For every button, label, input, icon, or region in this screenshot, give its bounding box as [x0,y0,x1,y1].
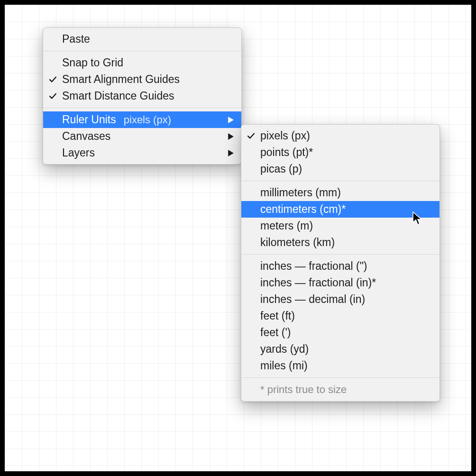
menu-label: millimeters (mm) [260,186,341,199]
menu-label: Snap to Grid [62,56,123,69]
submenu-arrow-icon [228,150,234,156]
unit-option-yards[interactable]: yards (yd) [241,341,439,357]
unit-option-points[interactable]: points (pt)* [241,144,439,161]
menu-item-layers[interactable]: Layers [43,145,241,161]
menu-separator [43,108,241,108]
unit-option-feet-quote[interactable]: feet (') [241,324,439,341]
menu-separator [241,377,439,378]
unit-option-inches-decimal[interactable]: inches — decimal (in) [241,291,439,308]
checkmark-icon [43,92,62,100]
menu-label: Layers [62,146,95,159]
menu-separator [241,181,439,181]
menu-item-ruler-units[interactable]: Ruler Units pixels (px) [43,111,241,128]
menu-item-snap-to-grid[interactable]: Snap to Grid [43,55,241,71]
menu-label: inches — fractional (in)* [260,276,376,289]
menu-separator [43,51,241,51]
unit-option-kilometers[interactable]: kilometers (km) [241,234,439,251]
unit-option-miles[interactable]: miles (mi) [241,357,439,374]
context-menu: Paste Snap to Grid Smart Alignment Guide… [43,27,242,165]
checkmark-icon [241,132,260,140]
menu-label: kilometers (km) [260,236,335,249]
menu-footnote: * prints true to size [241,381,439,398]
ruler-units-submenu: pixels (px) points (pt)* picas (p) milli… [241,124,440,402]
menu-label: pixels (px) [260,129,310,142]
menu-label: Smart Distance Guides [62,90,174,102]
unit-option-inches-fractional-in[interactable]: inches — fractional (in)* [241,275,439,291]
menu-label: feet (ft) [260,310,295,322]
menu-label: Paste [62,33,90,46]
menu-separator [241,254,439,255]
unit-option-millimeters[interactable]: millimeters (mm) [241,184,439,201]
unit-option-meters[interactable]: meters (m) [241,218,439,234]
checkmark-icon [43,75,62,83]
unit-option-centimeters[interactable]: centimeters (cm)* [241,201,439,218]
menu-item-smart-alignment-guides[interactable]: Smart Alignment Guides [43,71,241,88]
menu-label: Canvases [62,130,110,143]
submenu-arrow-icon [228,117,234,123]
menu-label: meters (m) [260,220,313,232]
menu-label: Ruler Units [62,113,116,126]
menu-label: picas (p) [260,163,302,175]
menu-item-canvases[interactable]: Canvases [43,128,241,145]
menu-label: inches — decimal (in) [260,293,365,306]
menu-label: centimeters (cm)* [260,203,346,216]
submenu-arrow-icon [228,133,234,140]
menu-label: Smart Alignment Guides [62,73,180,86]
menu-hint: pixels (px) [124,114,171,126]
app-frame: Paste Snap to Grid Smart Alignment Guide… [0,0,476,476]
menu-label: feet (') [260,326,291,339]
menu-label: inches — fractional (") [260,260,367,273]
menu-label: points (pt)* [260,146,313,159]
unit-option-inches-fractional-quote[interactable]: inches — fractional (") [241,258,439,275]
unit-option-picas[interactable]: picas (p) [241,161,439,177]
menu-item-paste[interactable]: Paste [43,31,241,47]
footnote-text: * prints true to size [260,384,347,396]
menu-item-smart-distance-guides[interactable]: Smart Distance Guides [43,88,241,104]
menu-label: yards (yd) [260,343,309,356]
unit-option-feet-ft[interactable]: feet (ft) [241,308,439,324]
menu-label: miles (mi) [260,359,308,372]
unit-option-pixels[interactable]: pixels (px) [241,128,439,144]
